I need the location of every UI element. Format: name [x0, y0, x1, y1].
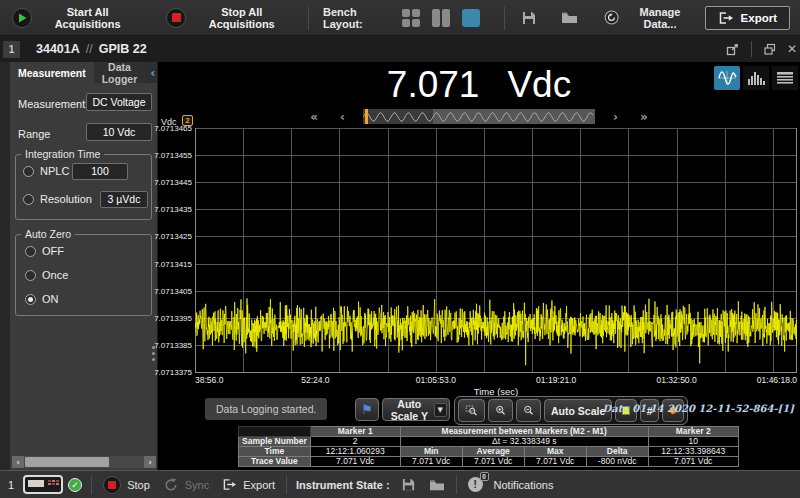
marker-flag-button[interactable]: ⚑ — [355, 398, 379, 421]
delta-value: -800 nVdc — [586, 457, 648, 467]
scroll-left-arrow[interactable]: ‹ — [12, 456, 24, 468]
readout-unit: Vdc — [507, 64, 571, 106]
overview-cursor[interactable] — [365, 109, 368, 124]
instrument-keys — [48, 480, 59, 485]
export-button[interactable]: Export — [705, 6, 790, 30]
marker1-header: Marker 1 — [310, 427, 400, 437]
connected-check-icon: ✓ — [68, 478, 82, 492]
status-divider — [456, 476, 457, 494]
zoom-out-button[interactable] — [516, 399, 541, 422]
layout-grid-button[interactable] — [400, 7, 422, 29]
grid-layout-icon — [402, 9, 420, 27]
marker2-trace-value: 7.071 Vdc — [648, 457, 738, 467]
left-edge-strip — [0, 62, 10, 470]
histogram-icon — [746, 69, 766, 87]
chart-pane: 7.071 Vdc « ‹ — [158, 62, 800, 470]
y-axis-tick-label: 7.0713445 — [154, 178, 192, 187]
table-view-button[interactable] — [772, 66, 798, 90]
notification-count-badge: 0 — [480, 472, 489, 481]
zoom-in-button[interactable] — [488, 399, 513, 422]
flag-icon: ⚑ — [361, 402, 373, 417]
slot-number: 1 — [8, 479, 14, 491]
marker-table: Marker 1 Measurement between Markers (M2… — [238, 426, 739, 467]
close-button[interactable]: ✕ — [786, 41, 798, 57]
export-data-button[interactable]: Export — [220, 478, 277, 491]
auto-zero-once-radio[interactable]: Once — [25, 269, 68, 281]
folder-icon — [561, 10, 578, 25]
popout-icon — [725, 42, 740, 57]
single-layout-icon — [462, 9, 480, 27]
auto-zero-off-radio[interactable]: OFF — [25, 245, 64, 257]
auto-zero-on-radio[interactable]: ON — [25, 293, 59, 305]
y-axis-tick-label: 7.0713435 — [154, 205, 192, 214]
open-folder-button[interactable] — [559, 8, 580, 27]
save-button[interactable] — [519, 8, 539, 28]
instrument-tab[interactable]: 34401A // GPIB 22 — [36, 42, 147, 56]
max-header: Max — [524, 447, 586, 457]
instrument-model: 34401A — [36, 42, 80, 56]
zoom-box-button[interactable] — [458, 399, 485, 422]
tab-separator: // — [86, 42, 93, 56]
stop-icon — [103, 476, 121, 494]
instrument-thumbnail[interactable] — [23, 475, 63, 494]
delta-header: Delta — [586, 447, 648, 457]
layout-single-button[interactable] — [460, 7, 482, 29]
stop-acquisition-button[interactable]: Stop — [101, 476, 152, 494]
table-icon — [775, 69, 795, 87]
nplc-value-field[interactable]: 100 — [72, 163, 128, 180]
stop-label: Stop — [127, 479, 150, 491]
nplc-label: NPLC — [40, 165, 69, 177]
stop-all-acquisitions-button[interactable]: Stop All Acquisitions — [162, 4, 294, 32]
range-select[interactable]: 10 Vdc — [86, 123, 152, 141]
trace-plot[interactable] — [195, 128, 797, 373]
nav-first-button[interactable]: « — [306, 110, 322, 124]
load-instrument-state-button[interactable] — [427, 478, 447, 492]
min-value: 7.071 Vdc — [400, 457, 462, 467]
nplc-radio[interactable]: NPLC — [23, 165, 69, 177]
sync-button[interactable]: Sync — [161, 477, 211, 493]
marker1-sample-number: 2 — [310, 437, 400, 447]
auto-scale-y-label: Auto Scale Y — [389, 398, 430, 422]
auto-scale-y-dropdown[interactable]: Auto Scale Y ▼ — [382, 398, 450, 421]
manage-data-icon — [604, 9, 619, 26]
integration-time-title: Integration Time — [21, 148, 104, 160]
popout-button[interactable] — [724, 41, 741, 58]
cascade-icon — [763, 42, 777, 56]
y-axis-tick-label: 7.0713425 — [154, 232, 192, 241]
cascade-button[interactable] — [762, 41, 778, 57]
trace-view-button[interactable] — [714, 66, 740, 90]
split-layout-icon — [432, 9, 450, 27]
zoom-out-icon — [523, 403, 534, 418]
resolution-radio[interactable]: Resolution — [23, 193, 92, 205]
scrollbar-thumb[interactable] — [25, 457, 109, 467]
tab-index-badge: 1 — [3, 41, 20, 58]
zoom-region-icon — [465, 403, 478, 418]
save-instrument-state-button[interactable] — [399, 477, 418, 492]
y-axis-tick-label: 7.0713415 — [154, 260, 192, 269]
resolution-value-field[interactable]: 3 µVdc — [100, 191, 148, 208]
data-logging-toast: Data Logging started. — [205, 398, 327, 420]
notifications-button[interactable]: ! 0 Notifications — [466, 477, 556, 492]
start-all-acquisitions-button[interactable]: Start All Acquisitions — [8, 4, 140, 32]
nav-last-button[interactable]: » — [636, 110, 652, 124]
nav-next-button[interactable]: › — [609, 110, 622, 124]
trace-overview-scrollbar[interactable] — [363, 109, 595, 124]
time-row-label: Time — [239, 447, 311, 457]
folder-icon — [429, 478, 445, 492]
layout-split-button[interactable] — [430, 7, 452, 29]
play-icon — [12, 8, 32, 28]
panel-horizontal-scrollbar[interactable]: ‹ › — [12, 456, 156, 468]
overview-waveform — [363, 109, 595, 124]
sample-number-row-label: Sample Number — [239, 437, 311, 447]
auto-zero-title: Auto Zero — [21, 228, 75, 240]
histogram-view-button[interactable] — [743, 66, 769, 90]
auto-zero-off-label: OFF — [42, 245, 64, 257]
tab-measurement[interactable]: Measurement — [10, 62, 94, 83]
manage-data-button[interactable]: Manage Data... — [602, 4, 697, 32]
nav-prev-button[interactable]: ‹ — [336, 110, 349, 124]
table-corner-cell — [239, 427, 311, 437]
average-header: Average — [462, 447, 524, 457]
measurement-function-select[interactable]: DC Voltage — [86, 93, 152, 111]
tab-data-logger[interactable]: Data Logger — [94, 62, 146, 83]
scroll-right-arrow[interactable]: › — [144, 456, 156, 468]
